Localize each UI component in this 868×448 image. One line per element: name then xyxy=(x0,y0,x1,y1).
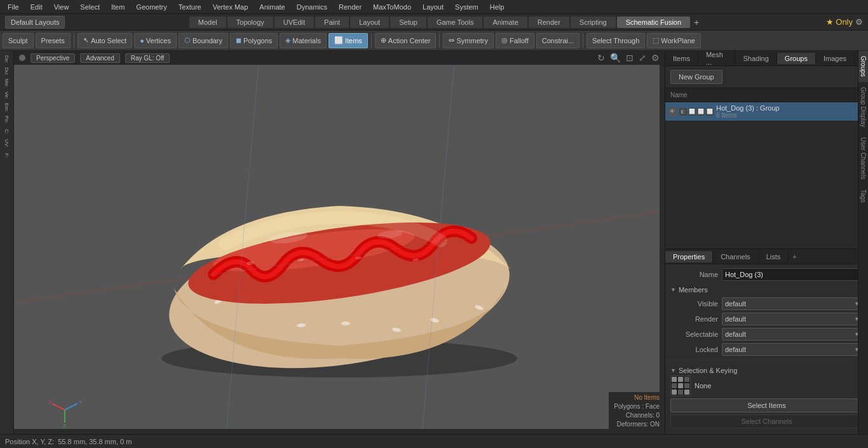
materials-btn[interactable]: ◈ Materials xyxy=(280,33,327,48)
vp-zoom-icon[interactable]: 🔍 xyxy=(610,53,621,63)
sidebar-item-em[interactable]: Em: xyxy=(1,102,13,113)
props-tab-channels[interactable]: Channels xyxy=(713,251,758,262)
name-input[interactable] xyxy=(722,268,863,281)
action-center-btn[interactable]: ⊕ Action Center xyxy=(375,33,437,48)
layout-tab-uvedit[interactable]: UVEdit xyxy=(275,17,314,28)
tab-mesh[interactable]: Mesh ... xyxy=(698,49,736,68)
sidebar-item-du[interactable]: Du: xyxy=(1,65,13,77)
sidebar-item-uv[interactable]: UV: xyxy=(1,138,13,149)
layout-tab-layout[interactable]: Layout xyxy=(350,17,389,28)
falloff-btn[interactable]: ◎ Falloff xyxy=(496,33,534,48)
layout-tab-animate[interactable]: Animate xyxy=(484,17,527,28)
viewport-scrollbar-h[interactable] xyxy=(14,429,660,434)
viewport[interactable]: Perspective Advanced Ray GL: Off ↻ 🔍 ⊡ ⤢… xyxy=(14,51,665,448)
group-list[interactable]: 👁 ◧ ⬜ ⬜ ⬜ Hot_Dog (3) : Group 6 Items xyxy=(665,102,868,248)
advanced-label[interactable]: Advanced xyxy=(80,53,119,63)
group-icon-3: ⬜ xyxy=(697,108,705,116)
vp-settings-icon[interactable]: ⚙ xyxy=(651,53,660,63)
sel-keying-header[interactable]: ▼ Selection & Keying xyxy=(670,364,863,376)
props-tab-lists[interactable]: Lists xyxy=(759,251,789,262)
layout-tab-setup[interactable]: Setup xyxy=(390,17,426,28)
layout-tab-model[interactable]: Model xyxy=(189,17,226,28)
properties-panel: Properties Channels Lists + ⇱ Name ▼ Mem… xyxy=(665,248,868,434)
presets-btn[interactable]: Presets xyxy=(36,33,71,48)
layout-plus-btn[interactable]: + xyxy=(691,17,702,27)
group-row-hotdog[interactable]: 👁 ◧ ⬜ ⬜ ⬜ Hot_Dog (3) : Group 6 Items xyxy=(665,102,868,121)
polygons-btn[interactable]: ◼ Polygons xyxy=(230,33,278,48)
vtab-groupdisplay[interactable]: Group Display xyxy=(858,82,868,132)
vtab-userchannels[interactable]: User Channels xyxy=(858,132,868,184)
workplane-btn[interactable]: ⬚ WorkPlane xyxy=(647,33,701,48)
visible-select[interactable]: default ▼ xyxy=(722,297,863,310)
menu-help[interactable]: Help xyxy=(485,2,510,12)
ray-gl-label[interactable]: Ray GL: Off xyxy=(125,53,170,63)
sculpt-btn[interactable]: Sculpt xyxy=(3,33,34,48)
svg-point-9 xyxy=(341,322,350,325)
menu-geometry[interactable]: Geometry xyxy=(131,2,172,12)
sidebar-item-po[interactable]: Po: xyxy=(1,114,13,125)
sidebar-item-c[interactable]: C: xyxy=(1,126,13,137)
default-layouts-dropdown[interactable]: Default Layouts xyxy=(5,16,65,29)
menu-item[interactable]: Item xyxy=(106,2,130,12)
tab-images[interactable]: Images xyxy=(816,53,855,64)
vp-expand-icon[interactable]: ⤢ xyxy=(639,53,646,63)
vp-frame-icon[interactable]: ⊡ xyxy=(626,53,634,63)
menu-edit[interactable]: Edit xyxy=(25,2,48,12)
vtab-tags[interactable]: Tags xyxy=(858,184,868,208)
star-only-btn[interactable]: ★ Only xyxy=(826,17,853,27)
menu-dynamics[interactable]: Dynamics xyxy=(292,2,332,12)
menu-maxtomodo[interactable]: MaxToModo xyxy=(368,2,416,12)
members-section-header[interactable]: ▼ Members xyxy=(670,283,863,295)
position-bar: Position X, Y, Z: 55.8 mm, 35.8 mm, 0 m xyxy=(0,434,868,448)
layout-tab-schematic[interactable]: Schematic Fusion xyxy=(617,17,690,28)
vtab-groups[interactable]: Groups xyxy=(858,51,868,82)
menu-render[interactable]: Render xyxy=(334,2,367,12)
menu-vertexmap[interactable]: Vertex Map xyxy=(208,2,254,12)
selectable-select[interactable]: default ▼ xyxy=(722,328,863,341)
sidebar-item-de[interactable]: De: xyxy=(1,53,13,65)
channels-status: Channels: 0 xyxy=(614,411,660,420)
sel-keying-label: Selection & Keying xyxy=(679,367,737,374)
viewport-dot[interactable] xyxy=(19,55,25,61)
auto-select-btn[interactable]: ↖ Auto Select xyxy=(78,33,132,48)
layout-tab-gametools[interactable]: Game Tools xyxy=(428,17,483,28)
menu-layout[interactable]: Layout xyxy=(417,2,449,12)
render-select[interactable]: default ▼ xyxy=(722,313,863,325)
items-btn[interactable]: ⬜ Items xyxy=(329,33,368,48)
locked-select[interactable]: default ▼ xyxy=(722,343,863,356)
layout-tab-render[interactable]: Render xyxy=(529,17,569,28)
selectable-label: Selectable xyxy=(670,330,718,338)
sidebar-item-ve[interactable]: Ve: xyxy=(1,90,13,101)
select-through-btn[interactable]: Select Through xyxy=(587,33,645,48)
props-plus-btn[interactable]: + xyxy=(789,251,800,262)
group-eye-toggle[interactable]: 👁 xyxy=(668,107,677,116)
constraints-btn[interactable]: Constrai... xyxy=(536,33,580,48)
boundary-btn[interactable]: ⬡ Boundary xyxy=(179,33,228,48)
toolbar: Sculpt Presets ↖ Auto Select ● Vertices … xyxy=(0,31,868,51)
tab-shading[interactable]: Shading xyxy=(735,53,776,64)
vp-rotate-icon[interactable]: ↻ xyxy=(597,53,605,63)
visible-label: Visible xyxy=(670,300,718,308)
gear-btn[interactable]: ⚙ xyxy=(855,17,863,27)
props-tab-properties[interactable]: Properties xyxy=(665,251,713,262)
sidebar-item-me[interactable]: Me: xyxy=(1,78,13,89)
viewport-scrollbar-v[interactable] xyxy=(660,65,665,434)
layout-tab-topology[interactable]: Topology xyxy=(227,17,273,28)
perspective-label[interactable]: Perspective xyxy=(31,53,75,63)
menu-select[interactable]: Select xyxy=(75,2,105,12)
vertices-btn[interactable]: ● Vertices xyxy=(134,33,177,48)
tab-groups[interactable]: Groups xyxy=(777,53,816,64)
layout-tab-scripting[interactable]: Scripting xyxy=(571,17,616,28)
menu-system[interactable]: System xyxy=(450,2,484,12)
tab-items[interactable]: Items xyxy=(665,53,698,64)
menu-animate[interactable]: Animate xyxy=(254,2,290,12)
select-items-btn[interactable]: Select Items xyxy=(670,398,863,412)
symmetry-btn[interactable]: ⇔ Symmetry xyxy=(443,33,494,48)
menu-file[interactable]: File xyxy=(3,2,24,12)
select-channels-btn[interactable]: Select Channels xyxy=(670,414,863,428)
new-group-btn[interactable]: New Group xyxy=(670,70,722,84)
layout-tab-paint[interactable]: Paint xyxy=(315,17,349,28)
sidebar-item-f[interactable]: F: xyxy=(1,150,13,161)
menu-texture[interactable]: Texture xyxy=(173,2,207,12)
menu-view[interactable]: View xyxy=(49,2,74,12)
